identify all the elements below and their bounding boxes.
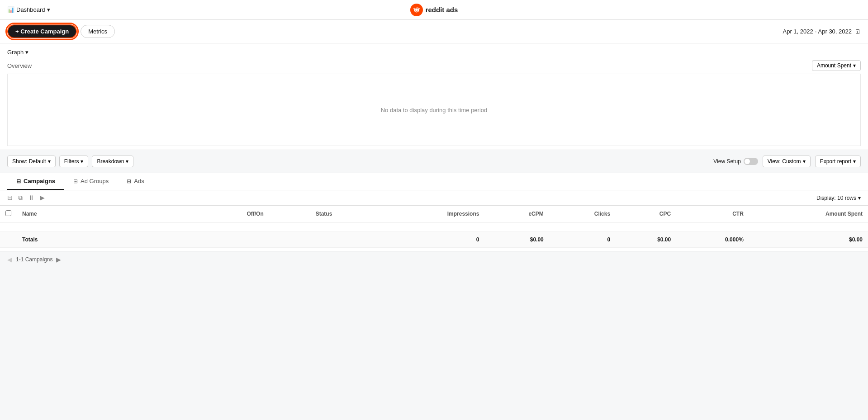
show-default-dropdown[interactable]: Show: Default ▾ bbox=[7, 156, 56, 167]
view-setup-toggle: View Setup bbox=[713, 158, 758, 165]
ads-tab-icon: ⊟ bbox=[127, 178, 131, 184]
offon-header[interactable]: Off/On bbox=[241, 206, 310, 222]
amount-spent-dropdown[interactable]: Amount Spent ▾ bbox=[812, 60, 861, 71]
status-header[interactable]: Status bbox=[310, 206, 379, 222]
amount-spent-chevron-icon: ▾ bbox=[853, 62, 856, 69]
data-table-wrapper: Name Off/On Status Impressions eCPM Clic… bbox=[0, 206, 868, 248]
totals-clicks: 0 bbox=[549, 232, 616, 248]
breakdown-label: Breakdown bbox=[97, 158, 124, 165]
svg-point-7 bbox=[414, 8, 414, 9]
ecpm-header[interactable]: eCPM bbox=[484, 206, 549, 222]
overview-row: Overview Amount Spent ▾ bbox=[7, 57, 861, 74]
dashboard-chevron-icon: ▾ bbox=[47, 6, 50, 13]
no-data-message: No data to display during this time peri… bbox=[381, 107, 488, 113]
top-navigation: 📊 Dashboard ▾ reddit ads bbox=[0, 0, 868, 20]
breakdown-chevron-icon: ▾ bbox=[126, 158, 128, 165]
filters-label: Filters bbox=[64, 158, 79, 165]
amount-spent-header[interactable]: Amount Spent bbox=[749, 206, 868, 222]
empty-row bbox=[0, 222, 868, 232]
horizontal-scrollbar[interactable] bbox=[0, 248, 868, 251]
totals-cpc: $0.00 bbox=[616, 232, 676, 248]
svg-point-2 bbox=[415, 9, 416, 10]
export-chevron-icon: ▾ bbox=[853, 158, 856, 165]
tab-ads[interactable]: ⊟ Ads bbox=[118, 173, 153, 190]
dashboard-label: Dashboard bbox=[16, 6, 45, 13]
display-rows-label: Display: 10 rows bbox=[816, 195, 856, 201]
display-rows-chevron-icon: ▾ bbox=[858, 195, 861, 201]
totals-ctr: 0.000% bbox=[676, 232, 749, 248]
logo-text: reddit ads bbox=[426, 6, 458, 14]
create-campaign-label: + Create Campaign bbox=[15, 28, 69, 35]
filters-chevron-icon: ▾ bbox=[81, 158, 83, 165]
cpc-header[interactable]: CPC bbox=[616, 206, 676, 222]
totals-row: Totals 0 $0.00 0 $0.00 0.000% $0.00 bbox=[0, 232, 868, 248]
ad-groups-tab-label: Ad Groups bbox=[81, 178, 109, 184]
amount-spent-label: Amount Spent bbox=[817, 62, 851, 69]
select-all-header[interactable] bbox=[0, 206, 17, 222]
view-setup-toggle-button[interactable] bbox=[744, 158, 758, 165]
table-pause-icon[interactable]: ⏸ bbox=[28, 194, 34, 202]
export-report-button[interactable]: Export report ▾ bbox=[815, 156, 861, 167]
overview-label: Overview bbox=[7, 62, 32, 69]
table-select-all-icon[interactable]: ⊟ bbox=[7, 194, 13, 202]
table-header: Name Off/On Status Impressions eCPM Clic… bbox=[0, 206, 868, 222]
date-range-display: Apr 1, 2022 - Apr 30, 2022 🗓 bbox=[783, 28, 861, 35]
chart-area: No data to display during this time peri… bbox=[7, 74, 861, 146]
select-all-checkbox[interactable] bbox=[5, 210, 11, 216]
date-range-text: Apr 1, 2022 - Apr 30, 2022 bbox=[783, 28, 852, 35]
ctr-header[interactable]: CTR bbox=[676, 206, 749, 222]
tab-ad-groups[interactable]: ⊟ Ad Groups bbox=[64, 173, 118, 190]
totals-label: Totals bbox=[17, 232, 241, 248]
campaigns-tab-icon: ⊟ bbox=[16, 178, 21, 184]
main-toolbar: + Create Campaign Metrics Apr 1, 2022 - … bbox=[0, 20, 868, 43]
calendar-icon[interactable]: 🗓 bbox=[854, 28, 861, 35]
prev-page-button[interactable]: ◀ bbox=[7, 256, 12, 263]
clicks-header[interactable]: Clicks bbox=[549, 206, 616, 222]
graph-label-text: Graph bbox=[7, 49, 24, 56]
graph-chevron-icon: ▾ bbox=[25, 49, 28, 56]
ads-tab-label: Ads bbox=[134, 178, 144, 184]
graph-toggle[interactable]: Graph ▾ bbox=[7, 47, 861, 57]
table-copy-icon[interactable]: ⧉ bbox=[18, 194, 23, 202]
totals-ecpm: $0.00 bbox=[484, 232, 549, 248]
table-body: Totals 0 $0.00 0 $0.00 0.000% $0.00 bbox=[0, 222, 868, 248]
pagination-label: 1-1 Campaigns bbox=[16, 256, 52, 263]
svg-point-6 bbox=[418, 8, 419, 9]
metrics-button[interactable]: Metrics bbox=[81, 25, 115, 38]
create-campaign-button[interactable]: + Create Campaign bbox=[7, 24, 77, 38]
pagination-row: ◀ 1-1 Campaigns ▶ bbox=[0, 251, 868, 268]
next-page-button[interactable]: ▶ bbox=[56, 256, 61, 263]
dashboard-chart-icon: 📊 bbox=[7, 6, 14, 13]
table-toolbar: ⊟ ⧉ ⏸ ▶ Display: 10 rows ▾ bbox=[0, 190, 868, 206]
name-header[interactable]: Name bbox=[17, 206, 241, 222]
view-custom-chevron-icon: ▾ bbox=[803, 158, 806, 165]
controls-row: Show: Default ▾ Filters ▾ Breakdown ▾ Vi… bbox=[0, 150, 868, 173]
tab-campaigns[interactable]: ⊟ Campaigns bbox=[7, 173, 64, 190]
totals-impressions: 0 bbox=[378, 232, 484, 248]
table-action-icons: ⊟ ⧉ ⏸ ▶ bbox=[7, 194, 45, 202]
logo: reddit ads bbox=[410, 4, 458, 16]
impressions-header[interactable]: Impressions bbox=[378, 206, 484, 222]
display-rows-dropdown[interactable]: Display: 10 rows ▾ bbox=[816, 195, 861, 201]
breakdown-dropdown[interactable]: Breakdown ▾ bbox=[92, 156, 133, 167]
reddit-icon bbox=[410, 4, 423, 16]
graph-section: Graph ▾ Overview Amount Spent ▾ No data … bbox=[0, 43, 868, 150]
show-chevron-icon: ▾ bbox=[48, 158, 51, 165]
campaigns-table: Name Off/On Status Impressions eCPM Clic… bbox=[0, 206, 868, 248]
totals-amount-spent: $0.00 bbox=[749, 232, 868, 248]
export-report-label: Export report bbox=[820, 158, 851, 165]
table-play-icon[interactable]: ▶ bbox=[40, 194, 45, 202]
dashboard-button[interactable]: 📊 Dashboard ▾ bbox=[7, 6, 50, 13]
view-custom-label: View: Custom bbox=[768, 158, 801, 165]
ad-groups-tab-icon: ⊟ bbox=[73, 178, 78, 184]
view-custom-dropdown[interactable]: View: Custom ▾ bbox=[763, 156, 811, 167]
campaigns-tab-label: Campaigns bbox=[24, 178, 55, 184]
tabs-row: ⊟ Campaigns ⊟ Ad Groups ⊟ Ads bbox=[0, 173, 868, 190]
controls-right: View Setup View: Custom ▾ Export report … bbox=[713, 156, 861, 167]
view-setup-label: View Setup bbox=[713, 158, 741, 165]
svg-point-3 bbox=[417, 9, 418, 10]
show-default-label: Show: Default bbox=[12, 158, 46, 165]
filters-dropdown[interactable]: Filters ▾ bbox=[59, 156, 89, 167]
metrics-label: Metrics bbox=[88, 28, 107, 35]
